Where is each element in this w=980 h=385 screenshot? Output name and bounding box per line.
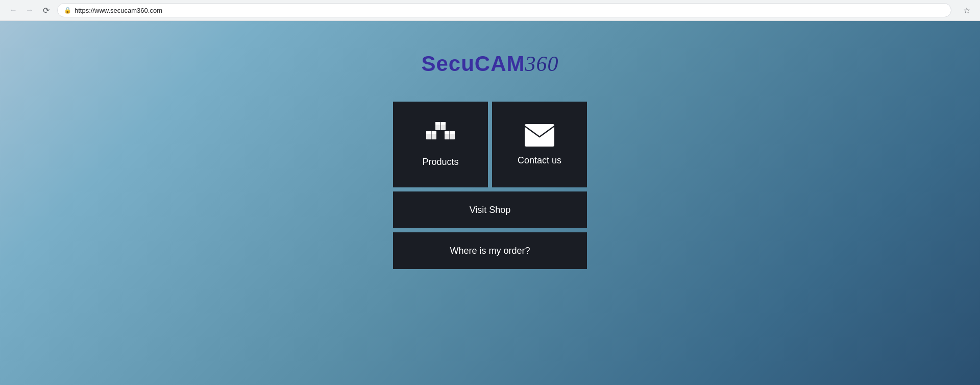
- products-label: Products: [422, 157, 458, 167]
- address-bar[interactable]: 🔒 https://www.secucam360.com: [57, 3, 951, 17]
- forward-button[interactable]: →: [22, 3, 37, 17]
- page-content: SecuCAM360: [0, 21, 980, 385]
- nav-grid: Products Contact us Visit Shop Where is …: [393, 102, 587, 269]
- logo-secu: SecuCAM: [421, 52, 525, 76]
- order-button[interactable]: Where is my order?: [393, 232, 587, 269]
- bookmark-button[interactable]: ☆: [960, 3, 974, 17]
- reload-button[interactable]: ⟳: [39, 3, 53, 17]
- logo-360: 360: [525, 52, 559, 76]
- back-button[interactable]: ←: [6, 3, 20, 17]
- order-label: Where is my order?: [450, 246, 530, 256]
- url-text: https://www.secucam360.com: [75, 7, 945, 14]
- shop-label: Visit Shop: [470, 205, 511, 215]
- contact-icon: [524, 124, 555, 147]
- nav-buttons: ← → ⟳: [6, 3, 53, 17]
- site-logo: SecuCAM360: [421, 52, 558, 76]
- nav-top-row: Products Contact us: [393, 102, 587, 187]
- browser-chrome: ← → ⟳ 🔒 https://www.secucam360.com ☆: [0, 0, 980, 21]
- products-icon: [424, 122, 457, 149]
- svg-rect-9: [525, 124, 554, 147]
- contact-button[interactable]: Contact us: [492, 102, 587, 187]
- contact-label: Contact us: [518, 155, 561, 166]
- products-button[interactable]: Products: [393, 102, 488, 187]
- lock-icon: 🔒: [64, 7, 71, 14]
- browser-toolbar: ← → ⟳ 🔒 https://www.secucam360.com ☆: [0, 0, 980, 20]
- visit-shop-button[interactable]: Visit Shop: [393, 191, 587, 228]
